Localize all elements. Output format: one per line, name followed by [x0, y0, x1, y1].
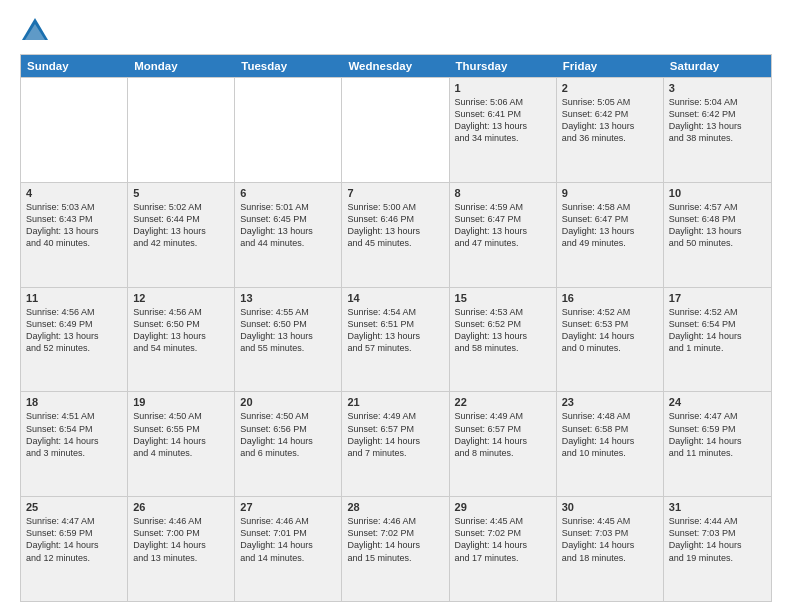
day-info: Sunrise: 4:49 AM Sunset: 6:57 PM Dayligh… [347, 410, 443, 459]
day-number: 9 [562, 187, 658, 199]
day-number: 28 [347, 501, 443, 513]
calendar-cell: 24Sunrise: 4:47 AM Sunset: 6:59 PM Dayli… [664, 392, 771, 496]
day-info: Sunrise: 4:51 AM Sunset: 6:54 PM Dayligh… [26, 410, 122, 459]
calendar-cell [128, 78, 235, 182]
day-info: Sunrise: 4:56 AM Sunset: 6:49 PM Dayligh… [26, 306, 122, 355]
calendar-cell: 17Sunrise: 4:52 AM Sunset: 6:54 PM Dayli… [664, 288, 771, 392]
calendar-header: SundayMondayTuesdayWednesdayThursdayFrid… [21, 55, 771, 77]
calendar-cell: 14Sunrise: 4:54 AM Sunset: 6:51 PM Dayli… [342, 288, 449, 392]
day-info: Sunrise: 4:50 AM Sunset: 6:56 PM Dayligh… [240, 410, 336, 459]
calendar-cell: 31Sunrise: 4:44 AM Sunset: 7:03 PM Dayli… [664, 497, 771, 601]
calendar-cell: 8Sunrise: 4:59 AM Sunset: 6:47 PM Daylig… [450, 183, 557, 287]
day-number: 12 [133, 292, 229, 304]
day-number: 26 [133, 501, 229, 513]
day-info: Sunrise: 5:06 AM Sunset: 6:41 PM Dayligh… [455, 96, 551, 145]
day-info: Sunrise: 4:54 AM Sunset: 6:51 PM Dayligh… [347, 306, 443, 355]
day-number: 7 [347, 187, 443, 199]
day-info: Sunrise: 4:59 AM Sunset: 6:47 PM Dayligh… [455, 201, 551, 250]
day-info: Sunrise: 4:56 AM Sunset: 6:50 PM Dayligh… [133, 306, 229, 355]
day-number: 6 [240, 187, 336, 199]
calendar-cell: 15Sunrise: 4:53 AM Sunset: 6:52 PM Dayli… [450, 288, 557, 392]
header [20, 16, 772, 44]
calendar-cell: 7Sunrise: 5:00 AM Sunset: 6:46 PM Daylig… [342, 183, 449, 287]
calendar-cell: 12Sunrise: 4:56 AM Sunset: 6:50 PM Dayli… [128, 288, 235, 392]
calendar: SundayMondayTuesdayWednesdayThursdayFrid… [20, 54, 772, 602]
logo [20, 16, 54, 44]
day-number: 29 [455, 501, 551, 513]
day-info: Sunrise: 4:48 AM Sunset: 6:58 PM Dayligh… [562, 410, 658, 459]
calendar-cell: 30Sunrise: 4:45 AM Sunset: 7:03 PM Dayli… [557, 497, 664, 601]
day-number: 27 [240, 501, 336, 513]
day-info: Sunrise: 4:47 AM Sunset: 6:59 PM Dayligh… [26, 515, 122, 564]
day-info: Sunrise: 5:04 AM Sunset: 6:42 PM Dayligh… [669, 96, 766, 145]
calendar-cell: 4Sunrise: 5:03 AM Sunset: 6:43 PM Daylig… [21, 183, 128, 287]
day-number: 19 [133, 396, 229, 408]
header-day-friday: Friday [557, 55, 664, 77]
calendar-cell: 20Sunrise: 4:50 AM Sunset: 6:56 PM Dayli… [235, 392, 342, 496]
calendar-row-4: 25Sunrise: 4:47 AM Sunset: 6:59 PM Dayli… [21, 496, 771, 601]
calendar-cell: 21Sunrise: 4:49 AM Sunset: 6:57 PM Dayli… [342, 392, 449, 496]
calendar-cell: 3Sunrise: 5:04 AM Sunset: 6:42 PM Daylig… [664, 78, 771, 182]
day-number: 20 [240, 396, 336, 408]
day-number: 17 [669, 292, 766, 304]
calendar-cell: 6Sunrise: 5:01 AM Sunset: 6:45 PM Daylig… [235, 183, 342, 287]
day-info: Sunrise: 5:01 AM Sunset: 6:45 PM Dayligh… [240, 201, 336, 250]
logo-icon [20, 16, 50, 44]
calendar-cell: 1Sunrise: 5:06 AM Sunset: 6:41 PM Daylig… [450, 78, 557, 182]
day-info: Sunrise: 4:50 AM Sunset: 6:55 PM Dayligh… [133, 410, 229, 459]
calendar-cell: 16Sunrise: 4:52 AM Sunset: 6:53 PM Dayli… [557, 288, 664, 392]
day-number: 2 [562, 82, 658, 94]
calendar-row-0: 1Sunrise: 5:06 AM Sunset: 6:41 PM Daylig… [21, 77, 771, 182]
day-info: Sunrise: 4:46 AM Sunset: 7:02 PM Dayligh… [347, 515, 443, 564]
header-day-wednesday: Wednesday [342, 55, 449, 77]
day-number: 1 [455, 82, 551, 94]
calendar-cell: 28Sunrise: 4:46 AM Sunset: 7:02 PM Dayli… [342, 497, 449, 601]
day-info: Sunrise: 4:45 AM Sunset: 7:02 PM Dayligh… [455, 515, 551, 564]
calendar-cell: 11Sunrise: 4:56 AM Sunset: 6:49 PM Dayli… [21, 288, 128, 392]
calendar-cell: 2Sunrise: 5:05 AM Sunset: 6:42 PM Daylig… [557, 78, 664, 182]
calendar-cell: 13Sunrise: 4:55 AM Sunset: 6:50 PM Dayli… [235, 288, 342, 392]
day-info: Sunrise: 5:02 AM Sunset: 6:44 PM Dayligh… [133, 201, 229, 250]
day-number: 13 [240, 292, 336, 304]
day-number: 3 [669, 82, 766, 94]
day-info: Sunrise: 4:52 AM Sunset: 6:53 PM Dayligh… [562, 306, 658, 355]
header-day-sunday: Sunday [21, 55, 128, 77]
calendar-cell: 27Sunrise: 4:46 AM Sunset: 7:01 PM Dayli… [235, 497, 342, 601]
header-day-saturday: Saturday [664, 55, 771, 77]
header-day-thursday: Thursday [450, 55, 557, 77]
calendar-cell: 25Sunrise: 4:47 AM Sunset: 6:59 PM Dayli… [21, 497, 128, 601]
page: SundayMondayTuesdayWednesdayThursdayFrid… [0, 0, 792, 612]
calendar-row-2: 11Sunrise: 4:56 AM Sunset: 6:49 PM Dayli… [21, 287, 771, 392]
day-info: Sunrise: 4:47 AM Sunset: 6:59 PM Dayligh… [669, 410, 766, 459]
day-number: 10 [669, 187, 766, 199]
day-number: 23 [562, 396, 658, 408]
day-number: 15 [455, 292, 551, 304]
calendar-body: 1Sunrise: 5:06 AM Sunset: 6:41 PM Daylig… [21, 77, 771, 601]
calendar-cell [342, 78, 449, 182]
header-day-tuesday: Tuesday [235, 55, 342, 77]
calendar-cell: 23Sunrise: 4:48 AM Sunset: 6:58 PM Dayli… [557, 392, 664, 496]
day-info: Sunrise: 5:03 AM Sunset: 6:43 PM Dayligh… [26, 201, 122, 250]
day-info: Sunrise: 4:52 AM Sunset: 6:54 PM Dayligh… [669, 306, 766, 355]
day-info: Sunrise: 4:58 AM Sunset: 6:47 PM Dayligh… [562, 201, 658, 250]
day-number: 22 [455, 396, 551, 408]
day-number: 18 [26, 396, 122, 408]
calendar-cell: 29Sunrise: 4:45 AM Sunset: 7:02 PM Dayli… [450, 497, 557, 601]
calendar-row-3: 18Sunrise: 4:51 AM Sunset: 6:54 PM Dayli… [21, 391, 771, 496]
header-day-monday: Monday [128, 55, 235, 77]
day-number: 31 [669, 501, 766, 513]
day-info: Sunrise: 5:00 AM Sunset: 6:46 PM Dayligh… [347, 201, 443, 250]
day-number: 4 [26, 187, 122, 199]
calendar-cell: 18Sunrise: 4:51 AM Sunset: 6:54 PM Dayli… [21, 392, 128, 496]
calendar-cell: 5Sunrise: 5:02 AM Sunset: 6:44 PM Daylig… [128, 183, 235, 287]
day-info: Sunrise: 4:49 AM Sunset: 6:57 PM Dayligh… [455, 410, 551, 459]
day-number: 11 [26, 292, 122, 304]
day-number: 8 [455, 187, 551, 199]
calendar-cell: 26Sunrise: 4:46 AM Sunset: 7:00 PM Dayli… [128, 497, 235, 601]
calendar-cell: 22Sunrise: 4:49 AM Sunset: 6:57 PM Dayli… [450, 392, 557, 496]
day-info: Sunrise: 4:55 AM Sunset: 6:50 PM Dayligh… [240, 306, 336, 355]
day-number: 21 [347, 396, 443, 408]
day-info: Sunrise: 4:44 AM Sunset: 7:03 PM Dayligh… [669, 515, 766, 564]
day-number: 14 [347, 292, 443, 304]
day-number: 5 [133, 187, 229, 199]
